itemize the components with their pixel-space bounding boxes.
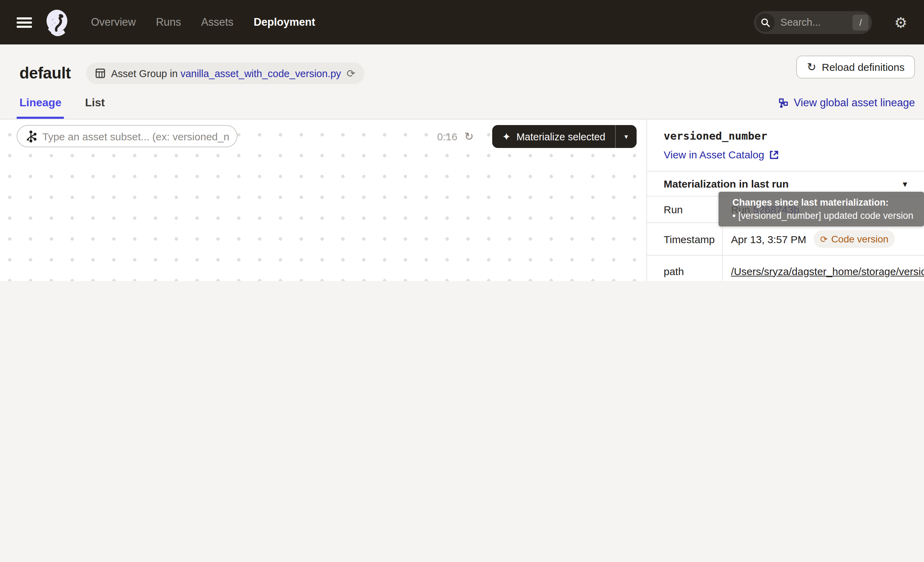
tab-lineage[interactable]: Lineage [16, 96, 64, 119]
nav-item-assets[interactable]: Assets [201, 16, 234, 29]
materialize-selected-button[interactable]: ✦ Materialize selected ▾ [492, 125, 637, 148]
tooltip-item: [versioned_number] updated code version [732, 210, 917, 221]
path-label: path [647, 255, 723, 281]
refresh-icon[interactable]: ↻ [464, 131, 474, 142]
run-label: Run [647, 197, 723, 222]
chevron-down-icon: ▼ [901, 180, 909, 188]
reload-icon: ↻ [807, 62, 816, 72]
gear-icon[interactable]: ⚙ [894, 15, 908, 30]
dagster-logo-icon[interactable] [44, 8, 72, 36]
view-tabs: Lineage List [16, 96, 108, 119]
path-link[interactable]: /Users/sryza/dagster_home/storage/versio [731, 265, 924, 277]
timestamp-value: Apr 13, 3:57 PM [731, 233, 806, 245]
top-nav: Overview Runs Assets Deployment / ⚙ [0, 0, 924, 45]
changes-tooltip: Changes since last materialization: [ver… [718, 192, 924, 227]
view-in-asset-catalog-link[interactable]: View in Asset Catalog [664, 149, 908, 161]
code-version-changed-badge[interactable]: ⟳ Code version [814, 230, 895, 248]
search-box[interactable]: / [754, 11, 872, 34]
nav-item-overview[interactable]: Overview [91, 16, 136, 29]
lineage-graph-icon [778, 98, 789, 108]
page-header: default Asset Group in vanilla_asset_wit… [0, 45, 924, 119]
table-grid-icon [95, 68, 105, 78]
code-file-link[interactable]: vanilla_asset_with_code_version.py [180, 68, 341, 79]
search-shortcut-key: / [852, 14, 868, 30]
tab-list[interactable]: List [82, 96, 108, 119]
tooltip-title: Changes since last materialization: [732, 197, 917, 208]
reload-definitions-button[interactable]: ↻ Reload definitions [796, 56, 915, 78]
search-icon [756, 13, 775, 32]
refresh-icon[interactable]: ⟳ [347, 68, 356, 78]
sparkle-icon: ✦ [502, 131, 511, 142]
refresh-timer: 0:16 [437, 131, 457, 143]
dagster-app: Overview Runs Assets Deployment / ⚙ defa… [0, 0, 924, 281]
lineage-canvas[interactable]: 0:16 ↻ ✦ Materialize selected ▾ versione… [0, 119, 646, 281]
nav-item-deployment[interactable]: Deployment [254, 16, 315, 29]
asset-subset-filter[interactable] [16, 125, 237, 147]
timestamp-row: Timestamp Apr 13, 3:57 PM ⟳ Code version [647, 223, 924, 255]
primary-nav: Overview Runs Assets Deployment [91, 16, 315, 29]
menu-icon[interactable] [16, 17, 32, 27]
search-input[interactable] [780, 17, 852, 28]
asset-group-breadcrumb: Asset Group in vanilla_asset_with_code_v… [86, 63, 364, 84]
path-row: path /Users/sryza/dagster_home/storage/v… [647, 255, 924, 281]
group-prefix: Asset Group in [111, 68, 180, 79]
timestamp-label: Timestamp [647, 223, 723, 255]
nav-item-runs[interactable]: Runs [156, 16, 181, 29]
asset-subset-input[interactable] [42, 130, 230, 142]
code-version-icon: ⟳ [820, 234, 828, 243]
panel-asset-title: versioned_number [664, 130, 908, 143]
view-global-asset-lineage-link[interactable]: View global asset lineage [778, 96, 915, 109]
materialize-dropdown-caret[interactable]: ▾ [616, 125, 637, 148]
page-title: default [20, 64, 71, 83]
asset-graph-filter-icon [25, 130, 37, 142]
external-link-icon [769, 150, 779, 159]
